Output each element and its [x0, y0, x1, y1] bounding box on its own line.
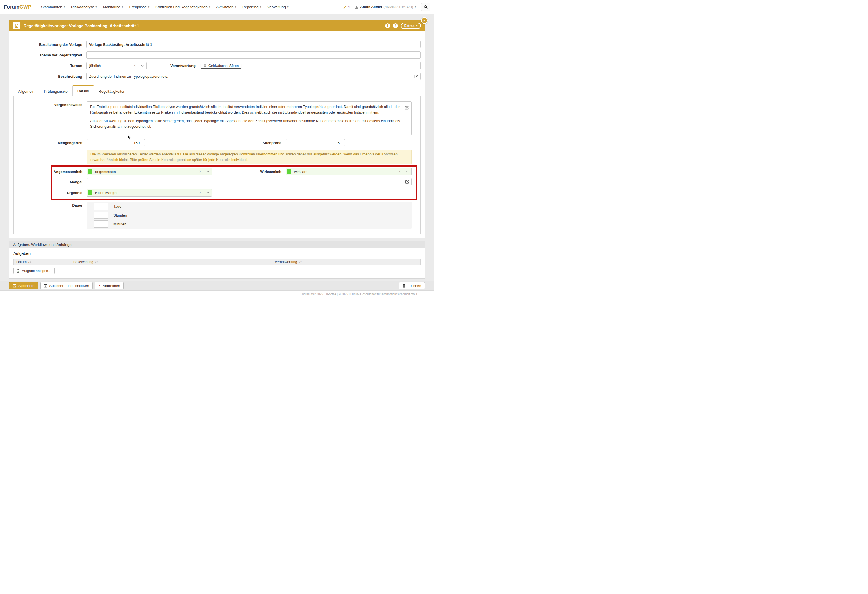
chevron-down-icon[interactable]	[139, 65, 146, 66]
thema-input[interactable]	[86, 51, 421, 59]
column-header-datum[interactable]: Datum ▴▾	[13, 259, 71, 265]
version-copyright-text: ForumGWP 2025.3.0-beta4 | © 2025 FORUM G…	[301, 292, 417, 296]
dauer-minuten-input[interactable]	[93, 220, 108, 228]
nav-item-verwaltung[interactable]: Verwaltung▾	[264, 3, 291, 11]
nav-item-stammdaten[interactable]: Stammdaten▾	[38, 3, 68, 11]
edit-icon[interactable]	[405, 180, 409, 184]
dauer-tage-unit: Tage	[114, 204, 121, 208]
info-icon[interactable]: i	[385, 23, 390, 28]
chevron-down-icon[interactable]	[204, 171, 212, 172]
clear-icon[interactable]: ✕	[131, 64, 138, 68]
cancel-button[interactable]: ✖ Abbrechen	[94, 282, 124, 289]
ergebnis-select[interactable]: Keine Mängel ✕	[87, 189, 212, 197]
tab-allgemein[interactable]: Allgemein	[13, 87, 39, 96]
nav-item-monitoring[interactable]: Monitoring▾	[100, 3, 126, 11]
tab-details[interactable]: Details	[72, 86, 94, 96]
tab-pruefungsrisiko[interactable]: Prüfungsrisiko	[39, 87, 72, 96]
maengel-input[interactable]	[87, 178, 412, 185]
clear-icon[interactable]: ✕	[396, 170, 403, 173]
app-logo[interactable]: ForumGWP	[4, 4, 31, 10]
verantwortung-field[interactable]: Geldwäsche, Sören	[199, 62, 421, 69]
tab-content-details: Vorgehensweise Bei Erstellung der instit…	[13, 96, 421, 234]
form-row-vorgehensweise: Vorgehensweise Bei Erstellung der instit…	[18, 101, 412, 135]
mengengeruest-label: Mengengerüst	[18, 141, 83, 145]
search-icon	[424, 5, 428, 9]
chevron-down-icon[interactable]	[403, 171, 411, 172]
stichprobe-input[interactable]	[286, 139, 345, 146]
nav-item-reporting[interactable]: Reporting▾	[239, 3, 264, 11]
tasks-table-header: Datum ▴▾ Bezeichnung ▴▾ Verantwortung ▴▾	[13, 259, 421, 265]
edit-icon[interactable]	[414, 74, 418, 78]
user-icon	[355, 5, 359, 9]
panel-header-actions: i ? Extras ▾	[385, 23, 421, 29]
save-and-close-button[interactable]: Speichern und schließen	[40, 282, 93, 289]
trash-icon	[204, 64, 207, 68]
turnus-select[interactable]: jährlich ✕	[86, 62, 146, 69]
chevron-down-icon: ▾	[148, 6, 149, 8]
help-icon[interactable]: ?	[393, 23, 398, 28]
form-row-turnus-verantwortung: Turnus jährlich ✕ Verantwortung Geldwäsc…	[13, 62, 421, 69]
tasks-section-header[interactable]: Aufgaben, Workflows und Anhänge	[9, 241, 425, 248]
nav-item-aktivitaeten[interactable]: Aktivitäten▾	[213, 3, 239, 11]
chevron-down-icon: ▾	[416, 25, 417, 27]
delete-button[interactable]: Löschen	[399, 282, 425, 289]
edit-icon[interactable]	[405, 105, 409, 109]
panel-header: Regeltätigkeitsvorlage: Vorlage Backtest…	[9, 20, 425, 31]
app-logo-forum: Forum	[4, 4, 19, 10]
verantwortung-label: Verantwortung	[170, 64, 196, 68]
turnus-value: jährlich	[87, 64, 131, 68]
open-edits-indicator[interactable]: 1	[343, 5, 350, 9]
ergebnis-label: Ergebnis	[18, 191, 83, 195]
beschreibung-input[interactable]	[86, 73, 421, 80]
extras-button[interactable]: Extras ▾	[401, 23, 421, 29]
chevron-down-icon: ▾	[260, 6, 261, 8]
turnus-label: Turnus	[13, 64, 82, 68]
wirksamkeit-select[interactable]: wirksam ✕	[286, 168, 412, 176]
mengengeruest-input[interactable]	[87, 139, 145, 146]
chevron-down-icon: ▾	[287, 6, 289, 8]
clear-icon[interactable]: ✕	[197, 170, 204, 173]
pencil-icon	[343, 5, 347, 9]
dauer-label: Dauer	[18, 201, 83, 207]
vorgehensweise-paragraph: Aus der Auswertung zu den Typologien sol…	[90, 118, 403, 129]
bezeichnung-label: Bezeichnung der Vorlage	[13, 43, 82, 47]
nav-item-risikoanalyse[interactable]: Risikoanalyse▾	[68, 3, 100, 11]
status-color-swatch	[287, 169, 291, 174]
open-edits-count: 1	[348, 5, 350, 9]
vorgehensweise-textarea[interactable]: Bei Erstellung der institutsindividuelle…	[87, 101, 412, 135]
page-title: Regeltätigkeitsvorlage: Vorlage Backtest…	[24, 24, 139, 28]
search-button[interactable]	[421, 3, 430, 11]
user-menu[interactable]: Anton Admin (ADMINISTRATOR) ▾	[355, 5, 416, 9]
form-row-beschreibung: Beschreibung	[13, 73, 421, 80]
nav-item-ereignisse[interactable]: Ereignisse▾	[126, 3, 152, 11]
column-header-bezeichnung[interactable]: Bezeichnung ▴▾	[71, 259, 272, 265]
chevron-down-icon: ▾	[209, 6, 210, 8]
nav-item-kontrollen-und-regeltaetigkeiten[interactable]: Kontrollen und Regeltätigkeiten▾	[152, 3, 213, 11]
tasks-section: Aufgaben, Workflows und Anhänge Aufgaben…	[9, 241, 425, 279]
dauer-tage-input[interactable]	[93, 202, 108, 210]
sort-icon: ▴▾	[28, 261, 31, 263]
tab-regeltaetigkeiten[interactable]: Regeltätigkeiten	[94, 87, 130, 96]
close-button[interactable]: ✕	[421, 17, 428, 24]
user-role: (ADMINISTRATOR)	[384, 5, 413, 9]
add-task-icon	[16, 269, 20, 273]
app-logo-gwp: GWP	[19, 4, 31, 10]
chevron-down-icon[interactable]	[204, 192, 212, 194]
clear-icon[interactable]: ✕	[197, 191, 204, 195]
form-row-bezeichnung: Bezeichnung der Vorlage	[13, 41, 421, 48]
add-task-button[interactable]: Aufgabe anlegen…	[13, 267, 55, 274]
column-header-verantwortung[interactable]: Verantwortung ▴▾	[272, 259, 421, 265]
verantwortung-tag[interactable]: Geldwäsche, Sören	[201, 63, 241, 69]
annotated-result-fields: Angemessenheit angemessen ✕ Wirksamkeit	[18, 168, 412, 197]
dauer-stunden-input[interactable]	[93, 211, 108, 219]
thema-label: Thema der Regeltätigkeit	[13, 53, 82, 57]
bezeichnung-input[interactable]	[86, 41, 421, 48]
vorgehensweise-label: Vorgehensweise	[18, 101, 83, 107]
angemessenheit-select[interactable]: angemessen ✕	[87, 168, 212, 176]
nav-right: 1 Anton Admin (ADMINISTRATOR) ▾	[343, 3, 430, 11]
angemessenheit-value: angemessen	[92, 170, 197, 174]
user-name: Anton Admin	[360, 5, 382, 9]
wirksamkeit-label: Wirksamkeit	[260, 170, 281, 174]
page: { "nav": { "brand_forum": "Forum", "bran…	[0, 0, 434, 297]
save-button[interactable]: Speichern	[9, 282, 38, 289]
